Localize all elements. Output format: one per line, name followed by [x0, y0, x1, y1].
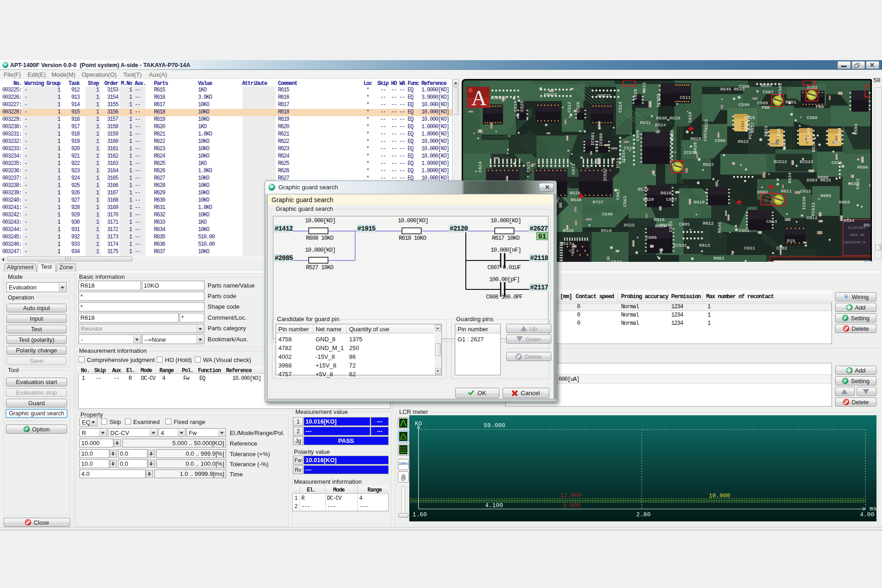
svg-text:R636: R636 [811, 141, 816, 152]
svg-text:IC532: IC532 [684, 150, 697, 155]
svg-text:R510: R510 [601, 228, 612, 233]
svg-text:IC502: IC502 [493, 95, 507, 100]
svg-text:C673: C673 [571, 164, 576, 175]
svg-text:#2085: #2085 [275, 254, 293, 262]
svg-text:C611: C611 [744, 246, 755, 251]
svg-text:#1915: #1915 [357, 225, 376, 232]
svg-text:R631: R631 [640, 120, 651, 125]
svg-text:R553: R553 [761, 83, 772, 88]
svg-text:R530: R530 [571, 198, 582, 203]
svg-text:R621: R621 [763, 125, 769, 136]
svg-text:R622: R622 [738, 139, 749, 144]
svg-text:C623: C623 [642, 82, 647, 93]
svg-text:R605: R605 [820, 193, 831, 198]
svg-text:#2627: #2627 [530, 225, 548, 232]
svg-text:C606: C606 [646, 235, 657, 240]
svg-text:PB8: PB8 [762, 105, 770, 110]
svg-text:R611: R611 [781, 189, 792, 194]
svg-text:IC506: IC506 [597, 93, 611, 98]
svg-text:IC561: IC561 [590, 132, 595, 146]
svg-text:R618: R618 [661, 191, 672, 196]
svg-text:IC530: IC530 [802, 196, 807, 210]
svg-text:R524: R524 [655, 123, 666, 128]
svg-text:R634: R634 [848, 181, 859, 187]
svg-text:C521: C521 [526, 161, 531, 172]
svg-text:C614: C614 [766, 219, 777, 224]
svg-text:IC531: IC531 [673, 243, 687, 248]
svg-text:C615: C615 [800, 189, 811, 194]
svg-text:R517: R517 [560, 241, 571, 246]
svg-text:R608 10KO: R608 10KO [306, 235, 334, 242]
svg-text:C612: C612 [807, 215, 818, 220]
svg-text:BC522: BC522 [774, 159, 787, 164]
svg-text:R623: R623 [703, 162, 714, 167]
svg-text:G1: G1 [538, 233, 546, 240]
svg-text:R640: R640 [717, 222, 722, 233]
svg-text:R737: R737 [593, 200, 604, 205]
svg-text:R694: R694 [843, 218, 854, 223]
svg-text:R620: R620 [643, 197, 654, 202]
svg-text:ms: ms [870, 505, 876, 512]
svg-text:C553: C553 [703, 130, 708, 141]
svg-text:C602: C602 [776, 246, 787, 251]
svg-text:KO: KO [415, 420, 422, 427]
svg-text:C526: C526 [576, 102, 581, 113]
svg-text:11.000: 11.000 [560, 492, 582, 499]
svg-text:C621: C621 [831, 160, 842, 165]
svg-text:9.000: 9.000 [563, 502, 581, 509]
svg-text:R634: R634 [787, 172, 792, 183]
svg-text:C594: C594 [854, 124, 859, 135]
svg-text:R525: R525 [624, 223, 635, 228]
svg-text:10.000[KO]: 10.000[KO] [491, 218, 521, 224]
svg-text:A: A [471, 86, 486, 110]
svg-text:R627: R627 [750, 122, 755, 133]
svg-text:CONTACTS: CONTACTS [848, 226, 865, 230]
svg-text:R19: R19 [787, 238, 795, 243]
svg-text:IC52: IC52 [807, 85, 818, 90]
svg-text:C562: C562 [616, 189, 621, 200]
svg-text:R618 10KO: R618 10KO [399, 235, 426, 242]
svg-text:10.000[KO]: 10.000[KO] [305, 218, 335, 224]
svg-text:PB9: PB9 [816, 104, 824, 109]
svg-text:R696: R696 [857, 165, 868, 170]
svg-text:C540: C540 [602, 212, 613, 217]
svg-text:C587: C587 [763, 90, 774, 95]
svg-text:R529: R529 [638, 187, 649, 192]
svg-text:C625: C625 [744, 115, 755, 120]
svg-text:R514: R514 [655, 224, 666, 229]
svg-text:IC560: IC560 [599, 133, 604, 147]
svg-text:D503 R616: D503 R616 [807, 178, 831, 183]
svg-text:10.000: 10.000 [709, 492, 730, 499]
svg-text:C525: C525 [520, 101, 525, 112]
svg-text:R526: R526 [563, 228, 574, 233]
svg-text:2.80: 2.80 [636, 511, 650, 518]
svg-text:#1412: #1412 [275, 225, 293, 232]
svg-text:C607 0.01UF: C607 0.01UF [487, 265, 521, 271]
svg-text:#2120: #2120 [450, 225, 468, 232]
svg-text:#2117: #2117 [530, 284, 548, 291]
svg-text:D502: D502 [757, 190, 768, 195]
svg-text:R638: R638 [776, 128, 781, 139]
svg-text:0.4A125VAC: 0.4A125VAC [843, 240, 865, 244]
svg-text:2A 9VDC: 2A 9VDC [849, 233, 865, 237]
svg-text:D517: D517 [864, 223, 871, 228]
svg-text:R617 10KO: R617 10KO [492, 235, 520, 242]
svg-text:PC511: PC511 [811, 202, 816, 216]
svg-text:C608 100.0PF: C608 100.0PF [486, 294, 523, 300]
svg-text:#2118: #2118 [530, 254, 548, 262]
svg-text:PC502: PC502 [778, 83, 783, 96]
svg-text:4.100: 4.100 [485, 502, 503, 509]
svg-text:R523: R523 [704, 119, 709, 130]
svg-text:C624: C624 [478, 161, 483, 172]
svg-text:C607: C607 [666, 197, 677, 202]
svg-text:C551: C551 [739, 228, 750, 233]
svg-text:C560: C560 [670, 130, 675, 141]
svg-text:4.00: 4.00 [860, 511, 874, 518]
svg-text:R528: R528 [570, 191, 581, 196]
svg-text:C511: C511 [680, 95, 691, 100]
svg-text:10.000[nF]: 10.000[nF] [491, 247, 521, 254]
svg-text:10.000[KO]: 10.000[KO] [398, 218, 428, 224]
svg-text:C512: C512 [567, 102, 572, 113]
svg-text:59.000: 59.000 [484, 422, 505, 429]
svg-text:C588: C588 [807, 115, 818, 120]
